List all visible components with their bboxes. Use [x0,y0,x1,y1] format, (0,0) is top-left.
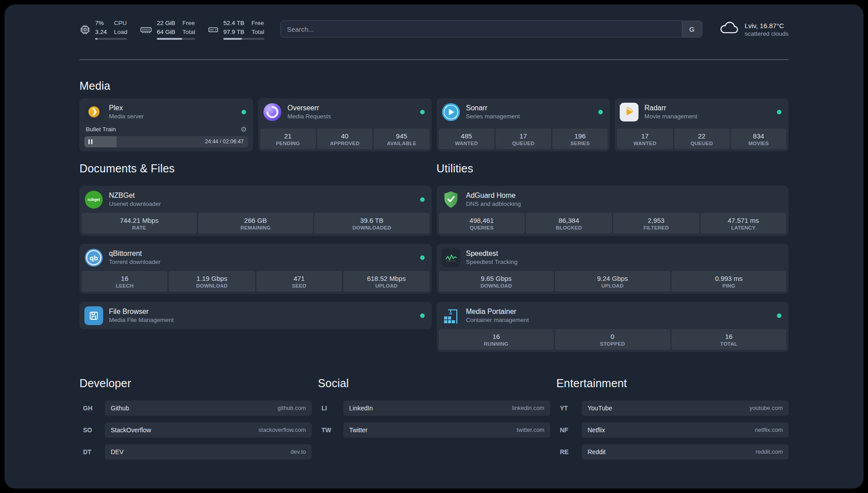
service-name: File Browser [109,308,174,316]
bookmark-name: Reddit [588,448,605,455]
service-name: Plex [109,104,144,112]
bookmark-group-social: Social LI LinkedIn linkedin.com TW Twitt… [318,377,550,466]
memory-progress-bar [157,38,195,40]
bookmark-linkedin[interactable]: LI LinkedIn linkedin.com [318,401,550,416]
service-subtitle: Series management [466,113,520,120]
stat: 17 QUEUED [496,129,551,149]
resource-widgets: 7% 3.24 CPU Load [79,19,264,40]
stat-label: RATE [83,225,196,230]
stat-label: PING [672,283,786,288]
bookmark-twitter[interactable]: TW Twitter twitter.com [318,422,550,438]
stat-value: 86,384 [527,217,611,224]
stat: 21 PENDING [260,129,316,149]
weather-location: Lviv, 16.87°C [745,21,789,30]
cpu-widget: 7% 3.24 CPU Load [79,19,127,40]
service-card-portainer[interactable]: Media Portainer Container management 16 … [437,302,789,352]
section-title-documents: Documents & Files [79,162,432,175]
bookmarks: Developer GH Github github.com SO StackO… [79,377,789,482]
stat: 834 MOVIES [731,129,786,149]
stat: 945 AVAILABLE [374,129,429,149]
stat-label: APPROVED [318,141,371,146]
stat-value: 22 [675,132,729,140]
stat-label: DOWNLOADED [315,225,429,230]
service-card-filebrowser[interactable]: File Browser Media File Management [79,302,432,329]
stat: 266 GB REMAINING [198,213,313,234]
bookmark-stackoverflow[interactable]: SO StackOverflow stackoverflow.com [79,422,312,438]
stat-value: 9.65 Gbps [440,275,553,282]
service-subtitle: Media server [109,113,144,120]
bookmark-abbr: NF [556,426,582,434]
cloud-icon [718,21,739,37]
bookmark-url: dev.to [291,448,306,455]
bookmark-url: reddit.com [755,448,783,455]
topbar: 7% 3.24 CPU Load [79,19,789,40]
bookmark-abbr: RE [556,448,582,455]
bookmark-url: github.com [277,405,306,411]
bookmark-dev[interactable]: DT DEV dev.to [79,444,312,460]
stat: 0 STOPPED [555,329,670,350]
stat: 0.993 ms PING [672,271,787,292]
stat-value: 485 [440,132,493,140]
stat-label: PENDING [261,141,315,146]
service-card-qbittorrent[interactable]: qb qBittorrent Torrent downloader 16 LEE… [79,244,432,294]
bookmark-name: Twitter [349,426,367,434]
status-dot [420,197,425,202]
stat: 1.19 Gbps DOWNLOAD [169,271,255,292]
bookmark-netflix[interactable]: NF Netflix netflix.com [556,422,789,438]
bookmark-url: stackoverflow.com [259,426,306,433]
stat: 498,461 QUERIES [439,213,525,234]
playback-progress-bar[interactable]: 24:44 / 02:06:47 [84,136,248,147]
bookmark-group-developer: Developer GH Github github.com SO StackO… [79,377,312,466]
search-provider-button[interactable]: G [682,21,702,37]
stat-value: 9.24 Gbps [556,275,669,282]
service-card-nzbget[interactable]: nzbget NZBGet Usenet downloader 744.21 M… [79,186,432,236]
speedtest-icon [442,248,460,267]
stat-label: UPLOAD [556,283,669,288]
stat-value: 0 [556,333,669,340]
memory-free-value: 22 GiB [157,19,175,28]
service-card-plex[interactable]: Plex Media server Bullet Train ⚙ 24:44 /… [79,98,253,151]
bookmark-abbr: DT [79,448,105,455]
weather-widget: Lviv, 16.87°C scattered clouds [718,21,789,37]
status-dot [242,110,246,114]
bookmark-name: DEV [111,448,124,455]
service-card-overseerr[interactable]: Overseerr Media Requests 21 PENDING 40 A… [258,98,432,151]
stat-label: DOWNLOAD [170,283,254,288]
bookmark-name: StackOverflow [111,426,151,434]
radarr-icon [620,103,638,121]
disk-free-label: Free [251,19,264,28]
stat: 16 RUNNING [439,329,554,350]
section-title-utilities: Utilities [437,162,789,175]
bookmark-abbr: SO [79,426,105,434]
service-subtitle: Container management [466,317,529,323]
media-section: Plex Media server Bullet Train ⚙ 24:44 /… [79,98,789,151]
service-subtitle: Torrent downloader [109,259,161,265]
bookmark-reddit[interactable]: RE Reddit reddit.com [556,444,789,460]
gear-icon[interactable]: ⚙ [240,126,246,133]
service-name: Sonarr [466,104,520,112]
stat-value: 834 [732,132,785,140]
stat-label: WANTED [618,141,672,146]
service-card-adguard[interactable]: AdGuard Home DNS and adblocking 498,461 … [437,186,789,236]
stat: 47.571 ms LATENCY [701,213,786,234]
stat-value: 16 [83,275,167,282]
playback-time: 24:44 / 02:06:47 [205,138,248,145]
service-subtitle: Media File Management [109,317,174,323]
service-subtitle: Usenet downloader [109,201,161,207]
service-subtitle: DNS and adblocking [466,201,521,207]
bookmark-github[interactable]: GH Github github.com [79,401,312,416]
stat: 744.21 Mbps RATE [82,213,197,234]
bookmark-abbr: TW [318,426,343,434]
search-input[interactable] [281,21,682,37]
service-card-radarr[interactable]: Radarr Movie management 17 WANTED 22 QUE… [615,98,789,151]
stat-label: QUEUED [675,141,729,146]
stat-value: 0.993 ms [672,275,786,282]
section-title-entertainment: Entertainment [556,377,789,390]
bookmark-name: YouTube [588,405,612,412]
stat-value: 39.6 TB [315,217,429,224]
service-card-speedtest[interactable]: Speedtest Speedtest Tracking 9.65 Gbps D… [437,244,789,294]
svg-text:qb: qb [90,254,98,261]
pause-button[interactable] [88,139,92,144]
service-card-sonarr[interactable]: Sonarr Series management 485 WANTED 17 Q… [437,98,610,151]
bookmark-youtube[interactable]: YT YouTube youtube.com [556,401,789,416]
